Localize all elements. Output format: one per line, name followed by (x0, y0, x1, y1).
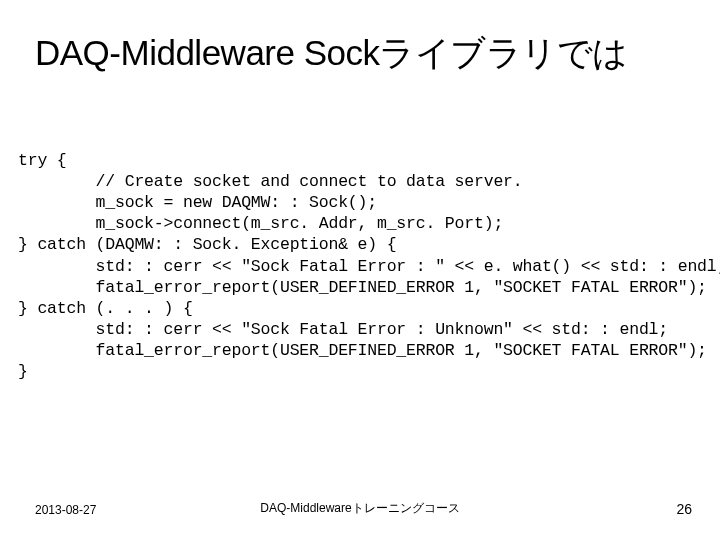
slide-title: DAQ-Middleware Sockライブラリでは (35, 30, 710, 77)
footer-page-number: 26 (676, 501, 692, 517)
code-block: try { // Create socket and connect to da… (18, 150, 720, 382)
slide: DAQ-Middleware Sockライブラリでは try { // Crea… (0, 0, 720, 540)
footer-center: DAQ-Middlewareトレーニングコース (0, 500, 720, 517)
